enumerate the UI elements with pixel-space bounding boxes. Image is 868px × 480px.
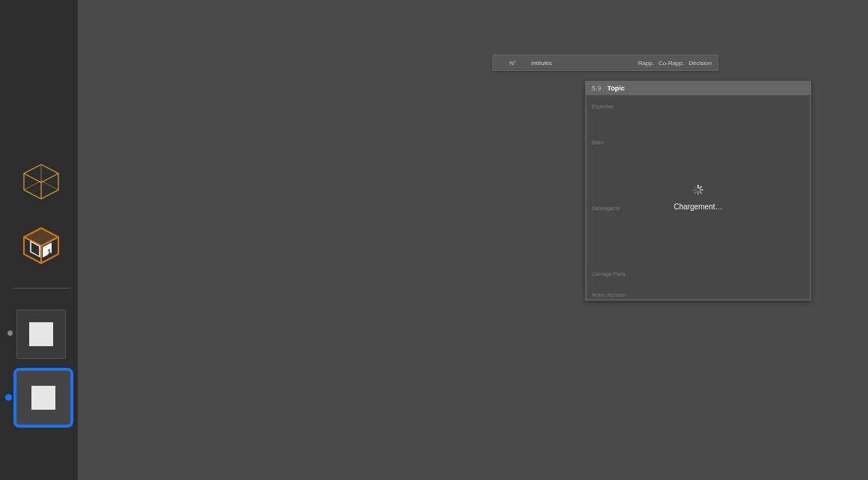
sidebar-divider — [13, 288, 71, 289]
panel-title-bar: 5.9 Topic — [586, 81, 810, 95]
slide-thumb-1[interactable] — [16, 310, 66, 359]
svg-text:1: 1 — [47, 246, 52, 256]
col-rapp: Rapp. — [638, 60, 654, 67]
slide-thumb-inner — [29, 322, 53, 346]
sidebar: 1 — [0, 0, 78, 480]
canvas: N° Intitulés Rapp. Co-Rapp. Décision 5.9… — [78, 0, 868, 480]
svg-marker-4 — [24, 228, 58, 246]
cube-numbered-icon[interactable]: 1 — [21, 226, 61, 266]
panel-topic: Topic — [608, 84, 625, 92]
col-decision: Décision — [688, 60, 712, 67]
col-corapp: Co-Rapp. — [658, 60, 684, 67]
col-number: N° — [510, 60, 516, 67]
slide-dot-2 — [5, 394, 12, 401]
loading-overlay: Chargement… — [587, 96, 809, 298]
slide-thumb-2[interactable] — [13, 368, 73, 428]
panel-number: 5.9 — [592, 84, 602, 92]
spinner-icon — [693, 185, 703, 195]
slide-thumb-inner — [31, 386, 55, 410]
loading-text: Chargement… — [673, 203, 722, 211]
detail-panel: 5.9 Topic Expertise Bilan Sauvegarde Car… — [585, 81, 811, 301]
slide-dot-1 — [7, 330, 13, 336]
col-intitules: Intitulés — [531, 60, 552, 67]
cube-wireframe-icon[interactable] — [21, 161, 61, 202]
panel-body: Expertise Bilan Sauvegarde Carriage Pari… — [587, 96, 809, 298]
mini-table-header: N° Intitulés Rapp. Co-Rapp. Décision — [492, 55, 718, 71]
